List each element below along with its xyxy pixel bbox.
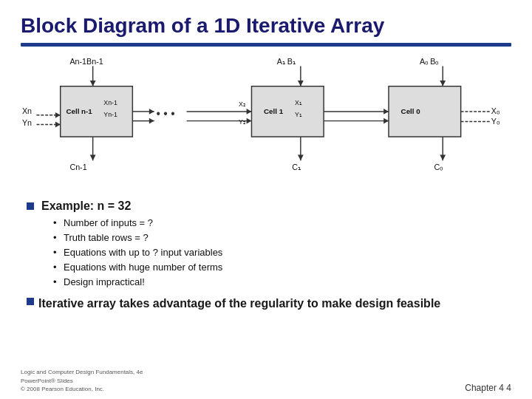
footer-line3: © 2008 Pearson Education, Inc. bbox=[21, 385, 143, 393]
content-area: Example: n = 32 Number of inputs = ? Tru… bbox=[21, 200, 511, 313]
footer-line1: Logic and Computer Design Fundamentals, … bbox=[21, 368, 143, 376]
cn1-label: Cn-1 bbox=[69, 163, 86, 171]
svg-marker-1 bbox=[90, 81, 96, 86]
label-xn: Xn bbox=[22, 106, 32, 115]
bullet-design-impractical: Design impractical! bbox=[53, 275, 505, 290]
footer-line2: PowerPoint® Slides bbox=[21, 377, 143, 385]
sub-bullets-list: Number of inputs = ? Truth table rows = … bbox=[27, 216, 505, 290]
svg-marker-37 bbox=[440, 154, 446, 160]
svg-marker-9 bbox=[55, 121, 61, 127]
bullet-square-1 bbox=[27, 202, 34, 210]
label-a1b1: A₁ B₁ bbox=[277, 57, 296, 66]
bottom-bullet-section: Iterative array takes advantage of the r… bbox=[27, 296, 505, 312]
bullet-equations-up-to: Equations with up to ? input variables bbox=[53, 245, 505, 260]
bullet-square-2 bbox=[27, 298, 34, 305]
footer-left: Logic and Computer Design Fundamentals, … bbox=[21, 368, 143, 393]
cell-n1-label: Cell n-1 bbox=[66, 106, 93, 115]
bottom-bullet-text: Iterative array takes advantage of the r… bbox=[38, 296, 440, 312]
bullet-equations-huge: Equations with huge number of terms bbox=[53, 260, 505, 275]
svg-text:X₁: X₁ bbox=[295, 99, 302, 106]
c0-label: C₀ bbox=[434, 163, 444, 171]
svg-text:X₀: X₀ bbox=[491, 106, 500, 115]
svg-marker-19 bbox=[247, 117, 252, 123]
slide: Block Diagram of a 1D Iterative Array An… bbox=[0, 0, 532, 399]
title-divider bbox=[21, 43, 511, 47]
svg-text:Yn-1: Yn-1 bbox=[103, 110, 117, 117]
footer-right: Chapter 4 4 bbox=[465, 383, 511, 393]
slide-title: Block Diagram of a 1D Iterative Array bbox=[21, 13, 511, 38]
svg-marker-5 bbox=[440, 81, 446, 86]
svg-marker-27 bbox=[383, 117, 389, 123]
bullet-truth-table: Truth table rows = ? bbox=[53, 231, 505, 245]
label-a0b0: A₀ B₀ bbox=[420, 57, 439, 66]
svg-marker-17 bbox=[247, 109, 252, 115]
cell-1-box bbox=[251, 86, 324, 136]
svg-text:Xn-1: Xn-1 bbox=[103, 99, 117, 106]
c1-label: C₁ bbox=[292, 163, 301, 171]
label-yn: Yn bbox=[22, 118, 32, 127]
svg-text:X₂: X₂ bbox=[239, 100, 246, 108]
svg-marker-33 bbox=[90, 154, 96, 160]
footer: Logic and Computer Design Fundamentals, … bbox=[21, 368, 511, 393]
cell-0-label: Cell 0 bbox=[401, 106, 421, 115]
example-section: Example: n = 32 Number of inputs = ? Tru… bbox=[27, 200, 505, 290]
dots-label: • • • bbox=[157, 106, 175, 119]
example-text: Example: n = 32 bbox=[41, 200, 131, 213]
svg-marker-3 bbox=[298, 81, 304, 86]
cell-1-label: Cell 1 bbox=[264, 106, 284, 115]
svg-text:Y₀: Y₀ bbox=[491, 116, 500, 125]
diagram-svg: An-1Bn-1 A₁ B₁ A₀ B₀ Xn Yn bbox=[21, 52, 511, 197]
svg-marker-15 bbox=[149, 117, 154, 123]
label-an1bn1: An-1Bn-1 bbox=[69, 57, 103, 66]
svg-marker-7 bbox=[55, 112, 61, 117]
bullet-inputs: Number of inputs = ? bbox=[53, 216, 505, 231]
svg-marker-13 bbox=[149, 109, 154, 115]
svg-marker-25 bbox=[383, 109, 389, 115]
svg-marker-35 bbox=[298, 154, 304, 160]
example-label: Example: n = 32 bbox=[27, 200, 505, 213]
diagram-area: An-1Bn-1 A₁ B₁ A₀ B₀ Xn Yn bbox=[21, 52, 511, 197]
svg-text:Y₁: Y₁ bbox=[295, 110, 302, 117]
cell-0-box bbox=[389, 86, 461, 136]
svg-text:Y₂: Y₂ bbox=[239, 118, 246, 126]
